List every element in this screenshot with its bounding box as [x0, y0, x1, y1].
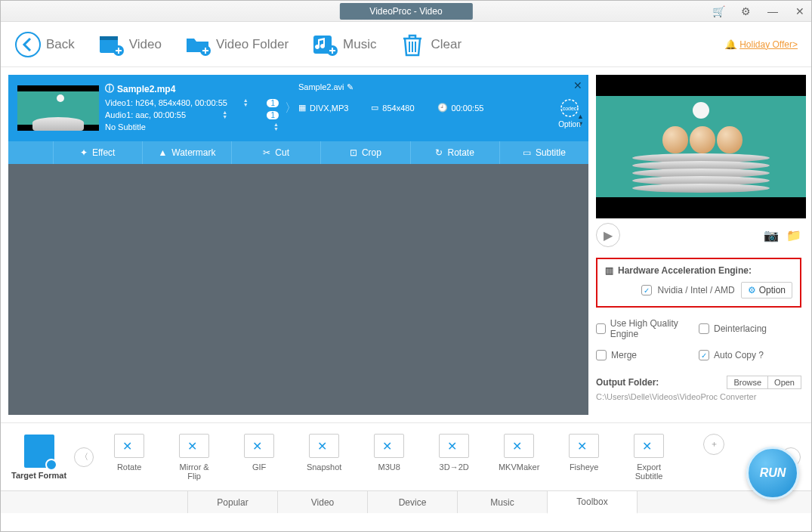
video-track-stepper[interactable]: ▲▼ [243, 98, 249, 107]
tab-music[interactable]: Music [457, 491, 548, 513]
audio-track-stepper[interactable]: ▲▼ [222, 110, 227, 119]
format-item-fisheye[interactable]: ✕Fisheye [562, 434, 606, 481]
subtitle-track-stepper[interactable]: ▲▼ [273, 122, 279, 131]
add-video-folder-button[interactable]: Video Folder [184, 31, 289, 58]
format-item-m3u8[interactable]: ✕M3U8 [367, 434, 411, 481]
hw-title: Hardware Acceleration Engine: [618, 265, 752, 276]
back-button[interactable]: Back [14, 31, 75, 58]
format-item-export-subtitle[interactable]: ✕Export Subtitle [627, 434, 671, 481]
target-format-icon [24, 435, 54, 468]
video-label: Video [129, 37, 162, 52]
video-track-badge: 1 [267, 99, 279, 107]
snapshot-icon[interactable]: 📷 [764, 228, 779, 243]
format-item-3d-2d[interactable]: ✕3D→2D [432, 434, 476, 481]
info-icon: ⓘ [105, 82, 114, 95]
tab-video[interactable]: Video [277, 491, 368, 513]
autocopy-label: Auto Copy ? [714, 350, 764, 360]
codec-gear-icon: codec [560, 98, 579, 118]
cc-icon: ▭ [523, 147, 531, 158]
window-title: VideoProc - Video [339, 3, 472, 20]
clear-label: Clear [431, 37, 462, 52]
open-button[interactable]: Open [768, 376, 801, 389]
save-folder-icon[interactable]: 📁 [786, 228, 801, 243]
music-label: Music [343, 37, 376, 52]
clip-option-label: Option [558, 120, 580, 128]
title-bar: VideoProc - Video 🛒 ⚙ — ✕ [1, 1, 811, 22]
format-item-snapshot[interactable]: ✕Snapshot [302, 434, 346, 481]
format-item-rotate[interactable]: ✕Rotate [107, 434, 151, 481]
holiday-offer-label: Holiday Offer> [739, 39, 798, 50]
tab-device[interactable]: Device [367, 491, 458, 513]
tab-popular[interactable]: Popular [187, 491, 278, 513]
svg-rect-2 [100, 36, 118, 40]
tab-toolbox[interactable]: Toolbox [547, 491, 638, 514]
rotate-icon: ↻ [435, 147, 443, 158]
trash-icon [399, 31, 426, 58]
cart-icon[interactable]: 🛒 [712, 5, 725, 18]
clear-button[interactable]: Clear [399, 31, 462, 58]
scissors-icon: ✂ [263, 147, 270, 158]
hw-option-button[interactable]: ⚙Option [741, 282, 792, 298]
dest-resolution: 854x480 [382, 104, 414, 113]
clip-list-panel: ✕ ▲ ▼ ⓘ Sample2.mp4 Video1: h264, 854x48… [8, 75, 588, 415]
format-item-mirror-flip[interactable]: ✕Mirror & Flip [172, 434, 216, 481]
dest-filename: Sample2.avi [298, 82, 344, 91]
main-toolbar: Back Video Video Folder Music Clear 🔔 Ho… [1, 22, 811, 67]
target-format-button[interactable]: Target Format [11, 435, 66, 480]
run-button[interactable]: RUN [746, 447, 799, 500]
close-button[interactable]: ✕ [793, 5, 807, 18]
source-filename: Sample2.mp4 [117, 84, 175, 94]
format-item-mkvmaker[interactable]: ✕MKVMaker [497, 434, 541, 481]
folder-icon [184, 31, 211, 58]
output-path: C:\Users\Delle\Videos\VideoProc Converte… [596, 392, 801, 401]
clip-source-info: ⓘ Sample2.mp4 Video1: h264, 854x480, 00:… [105, 75, 283, 141]
scroll-left-button[interactable]: 〈 [74, 447, 94, 467]
add-format-button[interactable]: ＋ [692, 434, 736, 481]
video-icon [97, 31, 125, 58]
clip-dest-info: Sample2.avi ✎ ▦ DIVX,MP3 ▭ 854x480 🕘 00:… [298, 75, 551, 141]
preview-pane [596, 75, 806, 218]
add-video-button[interactable]: Video [97, 31, 162, 58]
gpu-checkbox[interactable] [641, 285, 652, 295]
source-video-line: Video1: h264, 854x480, 00:00:55 [105, 98, 227, 107]
effect-button[interactable]: ✦Effect [54, 141, 143, 164]
holiday-offer-link[interactable]: 🔔 Holiday Offer> [725, 39, 798, 50]
svg-point-0 [16, 32, 40, 57]
autocopy-checkbox[interactable] [699, 350, 709, 360]
music-icon [311, 31, 338, 58]
clip-option-button[interactable]: codec Option [551, 75, 588, 141]
rotate-button[interactable]: ↻Rotate [411, 141, 500, 164]
target-format-label: Target Format [11, 471, 66, 480]
add-music-button[interactable]: Music [311, 31, 376, 58]
subtitle-button[interactable]: ▭Subtitle [500, 141, 588, 164]
format-item-gif[interactable]: ✕GIF [237, 434, 281, 481]
clip-actions-row: ✦Effect ▲Watermark ✂Cut ⊡Crop ↻Rotate ▭S… [8, 141, 588, 164]
format-strip: Target Format 〈 ✕Rotate✕Mirror & Flip✕GI… [1, 422, 811, 490]
merge-checkbox[interactable] [596, 350, 607, 360]
rename-icon[interactable]: ✎ [347, 82, 354, 91]
clip-thumbnail [17, 85, 99, 131]
svg-text:codec: codec [563, 106, 577, 111]
crop-button[interactable]: ⊡Crop [321, 141, 410, 164]
gpu-label: Nvidia / Intel / AMD [658, 285, 735, 295]
chip-icon: ▥ [605, 265, 613, 276]
minimize-button[interactable]: — [766, 5, 780, 18]
format-items-row: ✕Rotate✕Mirror & Flip✕GIF✕Snapshot✕M3U8✕… [101, 434, 773, 481]
clip-item[interactable]: ✕ ▲ ▼ ⓘ Sample2.mp4 Video1: h264, 854x48… [8, 75, 588, 164]
dest-codec: DIVX,MP3 [310, 104, 348, 113]
hq-label: Use High Quality Engine [610, 318, 699, 339]
encode-options: Use High Quality Engine Deinterlacing Me… [596, 318, 801, 360]
back-label: Back [46, 37, 75, 52]
cut-button[interactable]: ✂Cut [232, 141, 321, 164]
deinterlace-checkbox[interactable] [699, 323, 709, 334]
settings-icon[interactable]: ⚙ [739, 5, 752, 18]
source-audio-line: Audio1: aac, 00:00:55 [105, 110, 186, 119]
hq-checkbox[interactable] [596, 323, 606, 334]
browse-button[interactable]: Browse [727, 376, 768, 389]
dest-duration: 00:00:55 [452, 104, 484, 113]
watermark-button[interactable]: ▲Watermark [143, 141, 232, 164]
output-folder-label: Output Folder: [596, 377, 659, 388]
play-button[interactable]: ▶ [596, 223, 620, 247]
crop-icon: ⊡ [350, 147, 357, 158]
resolution-icon: ▭ [371, 103, 378, 113]
